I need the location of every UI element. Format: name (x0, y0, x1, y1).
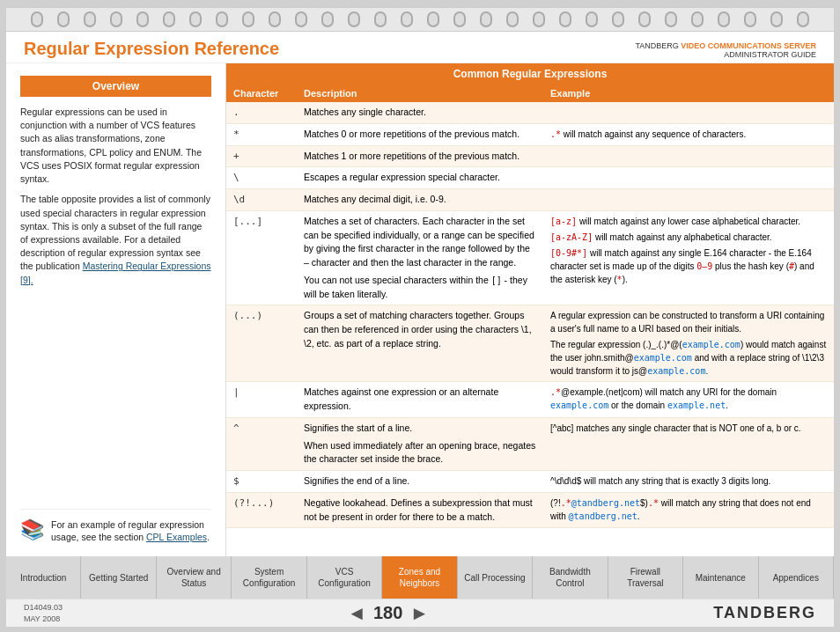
char-cell: (?!...) (226, 492, 297, 528)
sidebar-para-1: Regular expressions can be used in conju… (20, 106, 211, 186)
sidebar-footer-text: For an example of regular expression usa… (51, 518, 211, 544)
desc-cell: Matches 1 or more repetitions of the pre… (297, 145, 543, 167)
spiral-ring (718, 11, 730, 27)
cpl-examples-link[interactable]: CPL Examples (146, 532, 207, 542)
spiral-ring (691, 11, 704, 27)
nav-tab-appendices[interactable]: Appendices (759, 556, 834, 599)
example-cell (543, 102, 834, 123)
example-cell (543, 167, 834, 189)
example-cell: [^abc] matches any single character that… (543, 417, 834, 470)
right-content: Common Regular Expressions Character Des… (226, 63, 834, 556)
table-row: $Signifies the end of a line.^\d\d\d$ wi… (226, 471, 834, 493)
example-cell: [a-z] will match against any lower case … (543, 210, 834, 305)
table-row: +Matches 1 or more repetitions of the pr… (226, 145, 834, 167)
table-row: (...)Groups a set of matching characters… (226, 305, 834, 382)
next-page-arrow[interactable]: ► (409, 602, 429, 625)
col-desc: Description (297, 85, 543, 102)
example-cell (543, 145, 834, 167)
doc-date: MAY 2008 (24, 614, 63, 625)
char-cell: * (226, 123, 297, 145)
spiral-ring (427, 11, 439, 27)
nav-tab-getting-started[interactable]: Getting Started (81, 556, 156, 599)
desc-cell: Matches any single character. (297, 102, 543, 123)
spiral-ring (136, 11, 149, 27)
doc-info: D14049.03 MAY 2008 (24, 602, 63, 624)
example-cell: (?!.*@tandberg.net$).* will match any st… (543, 492, 834, 528)
brand-logo: TANDBERG (713, 604, 816, 622)
spiral-binding (6, 7, 834, 32)
books-icon: 📚 (20, 518, 44, 541)
example-cell: ^\d\d\d$ will match any string that is e… (543, 471, 834, 493)
nav-tab-call-processing[interactable]: Call Processing (458, 556, 533, 599)
spiral-ring (744, 11, 756, 27)
doc-number: D14049.03 (24, 602, 63, 614)
sidebar-body: Regular expressions can be used in conju… (20, 106, 211, 500)
spiral-ring (242, 11, 254, 27)
desc-cell: Matches against one expression or an alt… (297, 382, 543, 418)
nav-tab-overview-and-status[interactable]: Overview andStatus (157, 556, 232, 599)
table-row: |Matches against one expression or an al… (226, 382, 834, 418)
spiral-ring (506, 11, 519, 27)
page-nav: ◄ 180 ► (347, 602, 429, 625)
spiral-ring (638, 11, 651, 27)
sidebar-footer: 📚 For an example of regular expression u… (20, 509, 211, 544)
sidebar: Overview Regular expressions can be used… (6, 63, 226, 556)
sidebar-para-2: The table opposite provides a list of co… (20, 193, 211, 287)
spiral-ring (269, 11, 281, 27)
header-brand: TANDBERG VIDEO COMMUNICATIONS SERVER ADM… (635, 41, 816, 59)
spiral-ring (797, 11, 809, 27)
desc-cell: Matches 0 or more repetitions of the pre… (297, 123, 543, 145)
char-cell: ^ (226, 417, 297, 470)
nav-tab-system-configuration[interactable]: System Configuration (232, 556, 306, 599)
char-cell: + (226, 145, 297, 167)
col-example: Example (543, 85, 834, 102)
spiral-ring (216, 11, 228, 27)
example-cell: .* will match against any sequence of ch… (543, 123, 834, 145)
regex-table: Character Description Example .Matches a… (226, 85, 834, 528)
spiral-ring (453, 11, 466, 27)
char-cell: [...] (226, 210, 297, 305)
table-row: .Matches any single character. (226, 102, 834, 123)
mastering-regex-link[interactable]: Mastering Regular Expressions [9]. (20, 261, 211, 284)
spiral-ring (321, 11, 334, 27)
sidebar-tab: Overview (20, 76, 211, 97)
spiral-ring (110, 11, 122, 27)
desc-cell: Signifies the end of a line. (297, 471, 543, 493)
char-cell: (...) (226, 305, 297, 382)
brand-line: TANDBERG VIDEO COMMUNICATIONS SERVER (635, 41, 816, 50)
right-tab: Common Regular Expressions (226, 63, 834, 85)
spiral-ring (586, 11, 598, 27)
spiral-ring (374, 11, 387, 27)
desc-cell: Signifies the start of a line.When used … (297, 417, 543, 470)
char-cell: $ (226, 471, 297, 493)
guide-label: ADMINISTRATOR GUIDE (635, 50, 816, 59)
nav-tab-vcs-configuration[interactable]: VCS Configuration (307, 556, 382, 599)
char-cell: \d (226, 189, 297, 211)
spiral-ring (57, 11, 70, 27)
spiral-ring (480, 11, 492, 27)
nav-tab-bandwidth-control[interactable]: Bandwidth Control (533, 556, 608, 599)
spiral-ring (533, 11, 545, 27)
table-row: \dMatches any decimal digit, i.e. 0-9. (226, 189, 834, 211)
spiral-ring (401, 11, 413, 27)
page-header: Regular Expression Reference TANDBERG VI… (6, 32, 834, 63)
bottom-nav: IntroductionGetting StartedOverview andS… (6, 556, 834, 599)
table-row: \Escapes a regular expression special ch… (226, 167, 834, 189)
table-row: [...]Matches a set of characters. Each c… (226, 210, 834, 305)
nav-tab-zones-and-neighbors[interactable]: Zones andNeighbors (382, 556, 457, 599)
nav-tab-maintenance[interactable]: Maintenance (683, 556, 758, 599)
page-title: Regular Expression Reference (24, 39, 279, 59)
nav-tab-firewall-traversal[interactable]: Firewall Traversal (608, 556, 683, 599)
spiral-ring (163, 11, 175, 27)
spiral-ring (559, 11, 571, 27)
spiral-ring (348, 11, 360, 27)
example-cell (543, 189, 834, 211)
spiral-ring (665, 11, 677, 27)
spiral-ring (84, 11, 96, 27)
table-row: ^Signifies the start of a line.When used… (226, 417, 834, 470)
nav-tab-introduction[interactable]: Introduction (6, 556, 81, 599)
char-cell: \ (226, 167, 297, 189)
desc-cell: Escapes a regular expression special cha… (297, 167, 543, 189)
prev-page-arrow[interactable]: ◄ (347, 602, 366, 625)
desc-cell: Negative lookahead. Defines a subexpress… (297, 492, 543, 528)
